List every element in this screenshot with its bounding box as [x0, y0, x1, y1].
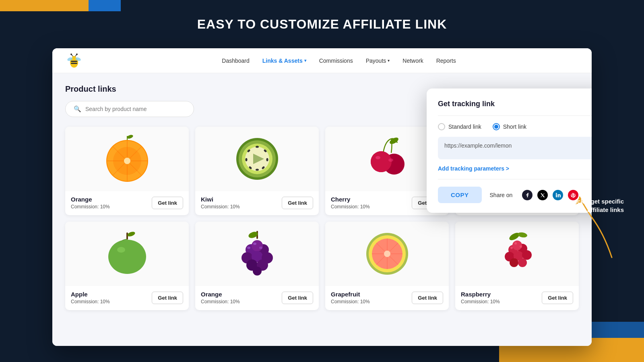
kiwi-fruit-icon [231, 133, 283, 185]
grapefruit-fruit-icon [361, 228, 413, 280]
svg-point-74 [517, 232, 528, 238]
twitter-share-icon[interactable] [537, 190, 548, 200]
svg-point-83 [510, 247, 513, 249]
svg-point-61 [253, 267, 262, 276]
product-commission-apple: Commission: 10% [71, 299, 110, 304]
logo-bee-icon [65, 52, 83, 70]
page-title: EASY TO CUSTOMIZE AFFILIATE LINK [0, 17, 644, 32]
svg-rect-48 [126, 232, 128, 240]
svg-point-84 [520, 245, 522, 248]
product-image-grapefruit [325, 222, 449, 286]
nav-network[interactable]: Network [402, 58, 423, 64]
get-link-raspberry-button[interactable]: Get link [542, 292, 573, 304]
svg-point-10 [76, 53, 78, 55]
svg-point-81 [510, 258, 518, 267]
product-name-grapefruit: Grapefruit [331, 291, 370, 298]
annotation-area: Quickly get specific affiliate links [547, 193, 628, 267]
popup-divider-bottom [438, 179, 592, 179]
product-name-grape: Orange [201, 291, 240, 298]
svg-point-73 [508, 231, 520, 242]
facebook-share-icon[interactable] [522, 190, 533, 200]
get-link-apple-button[interactable]: Get link [152, 292, 183, 304]
product-card-kiwi: Kiwi Commission: 10% Get link [195, 127, 319, 215]
standard-link-option[interactable]: Standard link [438, 123, 481, 130]
popup-divider-top [438, 115, 592, 116]
product-info-grape: Orange Commission: 10% Get link [195, 286, 319, 310]
raspberry-fruit-icon [491, 228, 543, 280]
orange-fruit-icon [101, 133, 153, 185]
popup-title: Get tracking link [438, 100, 592, 108]
payouts-chevron-icon: ▾ [388, 58, 390, 63]
get-link-grape-button[interactable]: Get link [282, 292, 313, 304]
deco-stripe-orange [0, 0, 89, 11]
svg-point-27 [266, 158, 268, 161]
page-title-area: EASY TO CUSTOMIZE AFFILIATE LINK [0, 17, 644, 32]
standard-link-label: Standard link [448, 123, 481, 130]
svg-point-77 [512, 241, 522, 250]
svg-point-62 [247, 247, 250, 249]
product-info-kiwi: Kiwi Commission: 10% Get link [195, 191, 319, 215]
nav-dashboard[interactable]: Dashboard [222, 58, 250, 64]
link-type-row: Standard link Short link [438, 123, 592, 130]
product-commission-cherry: Commission: 10% [331, 204, 370, 210]
add-tracking-parameters-link[interactable]: Add tracking parameters > [438, 165, 509, 172]
svg-point-25 [256, 146, 259, 148]
svg-point-85 [514, 242, 517, 245]
grape-fruit-icon [231, 228, 283, 280]
product-commission-raspberry: Commission: 10% [461, 299, 500, 304]
product-image-orange [65, 127, 189, 191]
logo-area [65, 52, 83, 70]
product-commission-orange: Commission: 10% [71, 204, 110, 210]
app-window-inner: Dashboard Links & Assets ▾ Commissions P… [52, 48, 592, 346]
radio-inner-dot [494, 125, 498, 129]
nav-reports[interactable]: Reports [436, 58, 456, 64]
svg-point-38 [376, 156, 380, 159]
product-info-orange: Orange Commission: 10% Get link [65, 191, 189, 215]
svg-point-18 [124, 158, 130, 164]
svg-point-64 [253, 243, 256, 245]
svg-point-31 [245, 158, 247, 161]
nav-payouts[interactable]: Payouts ▾ [366, 58, 390, 64]
nav-links-assets[interactable]: Links & Assets ▾ [262, 58, 306, 64]
product-card-orange: Orange Commission: 10% Get link [65, 127, 189, 215]
search-input[interactable] [85, 106, 186, 112]
product-image-grape [195, 222, 319, 286]
get-link-kiwi-button[interactable]: Get link [282, 197, 313, 209]
product-name-kiwi: Kiwi [201, 196, 240, 203]
product-name-orange: Orange [71, 196, 110, 203]
short-link-option[interactable]: Short link [493, 123, 526, 130]
svg-point-37 [371, 151, 392, 172]
nav-commissions[interactable]: Commissions [319, 58, 353, 64]
product-card-grapefruit: Grapefruit Commission: 10% Get link [325, 222, 449, 310]
svg-point-82 [518, 258, 527, 267]
product-image-kiwi [195, 127, 319, 191]
product-info-raspberry: Raspberry Commission: 10% Get link [455, 286, 579, 310]
copy-button[interactable]: COPY [438, 187, 482, 203]
search-icon: 🔍 [74, 105, 81, 113]
svg-point-49 [126, 231, 135, 237]
svg-point-9 [70, 53, 72, 55]
svg-rect-2 [71, 61, 77, 62]
svg-point-4 [72, 56, 76, 60]
cherry-fruit-icon [361, 133, 413, 185]
product-card-grape: Orange Commission: 10% Get link [195, 222, 319, 310]
svg-point-63 [259, 247, 262, 249]
svg-point-72 [384, 251, 390, 257]
short-link-radio[interactable] [493, 123, 500, 130]
annotation-text: Quickly get specific affiliate links [559, 197, 624, 214]
get-link-orange-button[interactable]: Get link [152, 197, 183, 209]
product-name-cherry: Cherry [331, 196, 370, 203]
svg-point-39 [388, 158, 393, 162]
svg-point-29 [256, 169, 259, 171]
get-link-grapefruit-button[interactable]: Get link [412, 292, 443, 304]
standard-link-radio[interactable] [438, 123, 445, 130]
product-name-apple: Apple [71, 291, 110, 298]
product-card-apple: Apple Commission: 10% Get link [65, 222, 189, 310]
product-commission-grape: Commission: 10% [201, 299, 240, 304]
nav-links: Dashboard Links & Assets ▾ Commissions P… [99, 58, 579, 64]
app-window: Dashboard Links & Assets ▾ Commissions P… [52, 48, 592, 346]
link-url-text: https://example.com/lemon [444, 142, 512, 149]
product-image-apple [65, 222, 189, 286]
product-commission-kiwi: Commission: 10% [201, 204, 240, 210]
svg-point-34 [388, 136, 399, 145]
